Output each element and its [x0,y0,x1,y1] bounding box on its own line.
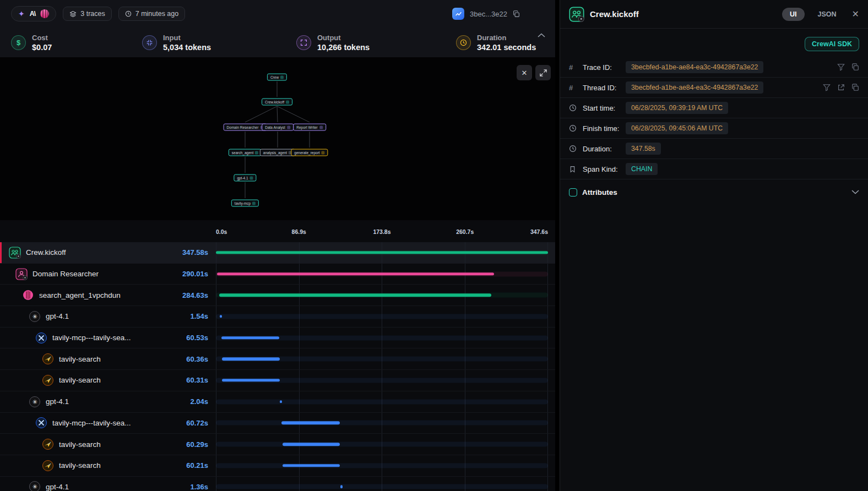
tavily-icon [42,438,54,450]
span-name: tavily-search [59,376,101,384]
anthropic-icon: A\ [30,10,36,18]
graph-node[interactable]: Domain Researcher [224,124,267,131]
crew-icon [9,247,21,259]
crewai-logo-icon [22,289,34,301]
span-bar[interactable] [216,251,548,254]
panel-divider [555,0,560,491]
graph-node[interactable]: tavily-mcp [231,200,259,207]
openai-icon: ✳ [29,481,41,491]
graph-node[interactable]: Crew.kickoff [262,99,292,106]
span-row[interactable]: tavily-search60.21s [0,455,555,477]
tab-json[interactable]: JSON [818,10,837,18]
span-row[interactable]: ✳gpt-4.12.04s [0,391,555,413]
stat-output-label: Output [317,34,370,42]
span-row[interactable]: tavily-search60.31s [0,370,555,391]
span-rows: Crew.kickoff347.58sDomain Researcher290.… [0,242,555,491]
span-row[interactable]: tavily-mcp---tavily-sea...60.72s [0,413,555,434]
stat-duration-value: 342.01 seconds [477,43,536,52]
tavily-icon [42,353,54,365]
openai-icon: ✳ [29,396,41,408]
stat-duration-label: Duration [477,34,536,42]
span-bar[interactable] [281,422,340,425]
attributes-section-toggle[interactable]: Attributes [560,179,868,205]
span-name: Crew.kickoff [26,248,66,257]
span-duration: 1.36s [161,483,216,491]
graph-node[interactable]: Crew [267,74,287,81]
graph-node[interactable]: generate_report [291,149,328,156]
trace-id-short: 3bec...3e22 [470,10,507,18]
span-row[interactable]: ✳gpt-4.11.36s [0,477,555,491]
span-bar[interactable] [280,400,282,403]
span-row[interactable]: Domain Researcher290.01s [0,264,555,285]
traces-count-badge[interactable]: 3 traces [63,7,111,21]
crewai-icon [40,9,49,18]
svg-text:✳: ✳ [32,399,37,405]
close-icon[interactable]: ✕ [852,9,859,19]
span-bar[interactable] [222,358,280,361]
external-link-icon[interactable] [837,84,845,91]
span-duration: 60.72s [161,419,216,427]
graph-expand-button[interactable] [535,65,551,80]
span-row[interactable]: tavily-mcp---tavily-sea...60.53s [0,328,555,349]
tavily-icon [42,460,54,472]
span-duration: 60.29s [161,440,216,449]
chevron-down-icon[interactable] [851,190,859,194]
copy-icon[interactable] [851,84,859,91]
graph-node[interactable]: Data Analyst [262,124,294,131]
span-duration: 60.31s [161,376,216,384]
span-duration: 1.54s [161,312,216,320]
graph-node[interactable]: Report Writer [293,124,326,131]
layers-icon [69,10,77,18]
span-bar[interactable] [283,443,340,446]
field-span-kind: Span Kind: CHAIN [560,159,868,179]
field-start-time: Start time: 06/28/2025, 09:39:19 AM UTC [560,98,868,118]
timeline-ruler: 0.0s86.9s173.8s260.7s347.6s [0,220,555,242]
span-name: gpt-4.1 [46,397,69,406]
span-bar[interactable] [222,379,279,382]
span-bar[interactable] [220,315,222,318]
span-bar[interactable] [283,464,340,467]
span-row[interactable]: tavily-search60.29s [0,434,555,455]
stat-input-label: Input [163,34,211,42]
graph-node[interactable]: analysis_agent [260,149,295,156]
sdk-badge[interactable]: CrewAI SDK [805,37,859,51]
span-bar[interactable] [219,293,491,297]
tab-ui[interactable]: UI [782,8,805,21]
span-bar[interactable] [217,272,494,276]
span-row[interactable]: tavily-search60.36s [0,348,555,370]
stat-cost: $ Cost $0.07 [11,34,142,52]
field-trace-id: # Trace ID: 3becbfed-a1be-ae84-ea3c-4942… [560,57,868,78]
field-finish-time: Finish time: 06/28/2025, 09:45:06 AM UTC [560,118,868,139]
start-time-value: 06/28/2025, 09:39:19 AM UTC [626,102,728,114]
clock-icon [569,104,578,112]
field-label: Thread ID: [583,84,626,92]
span-bar[interactable] [340,485,343,489]
stat-cost-label: Cost [32,34,52,42]
time-ago-badge[interactable]: 7 minutes ago [118,7,186,21]
copy-icon[interactable] [513,10,520,18]
span-row[interactable]: search_agent_1vpchdun284.63s [0,285,555,306]
span-row[interactable]: ✳gpt-4.11.54s [0,306,555,328]
graph-close-button[interactable]: ✕ [517,65,532,80]
thread-id-value: 3becbfed-a1be-ae84-ea3c-4942867a3e22 [626,81,763,94]
trace-main-panel: ✦ A\ 3 traces 7 minutes ago 3be [0,0,555,491]
span-bar[interactable] [221,336,279,340]
duration-value: 347.58s [626,143,661,155]
graph-node[interactable]: gpt-4.1 [234,174,256,182]
span-duration: 60.36s [161,355,216,363]
span-track [216,413,548,434]
span-name: Domain Researcher [32,270,99,278]
span-duration: 290.01s [161,270,216,278]
span-row[interactable]: Crew.kickoff347.58s [0,242,555,264]
filter-icon[interactable] [837,63,845,71]
span-track [216,370,548,391]
field-thread-id: # Thread ID: 3becbfed-a1be-ae84-ea3c-494… [560,78,868,98]
chart-icon [452,8,464,20]
input-tokens-icon [142,35,157,50]
copy-icon[interactable] [851,63,859,71]
traces-count-label: 3 traces [80,10,105,18]
collapse-chevron-up-icon[interactable] [538,30,545,40]
graph-node[interactable]: search_agent [229,149,262,156]
filter-icon[interactable] [823,84,831,91]
clock-icon [125,10,132,17]
